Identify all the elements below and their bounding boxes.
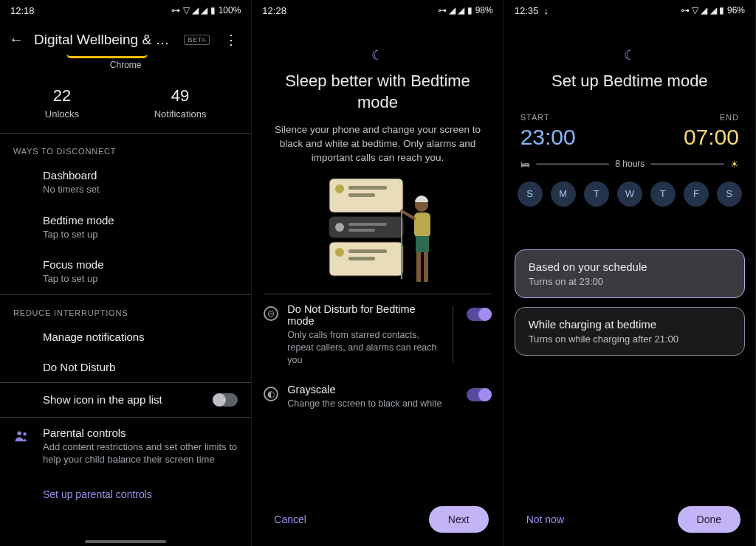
item-manage-notifications[interactable]: Manage notifications bbox=[0, 322, 251, 352]
item-dashboard[interactable]: Dashboard No timers set bbox=[0, 160, 251, 205]
back-icon[interactable]: ← bbox=[9, 31, 24, 48]
svg-line-19 bbox=[402, 211, 414, 218]
dashboard-sub: No timers set bbox=[43, 183, 238, 196]
end-time[interactable]: END 07:00 bbox=[684, 113, 739, 150]
stats-row: 22 Unlocks 49 Notifications bbox=[0, 75, 251, 133]
card-charging-title: While charging at bedtime bbox=[529, 318, 731, 331]
svg-rect-15 bbox=[414, 212, 430, 238]
day-mon[interactable]: M bbox=[551, 182, 576, 207]
card-schedule[interactable]: Based on your schedule Turns on at 23:00 bbox=[515, 249, 745, 298]
status-right: ⊶ ▽ ◢ ◢ ▮ 100% bbox=[171, 5, 241, 15]
next-button[interactable]: Next bbox=[429, 506, 489, 533]
cancel-button[interactable]: Cancel bbox=[267, 508, 314, 531]
dashboard-title: Dashboard bbox=[43, 169, 238, 182]
day-tue[interactable]: T bbox=[584, 182, 609, 207]
duration-label: 8 hours bbox=[615, 159, 645, 169]
bedtime-sub: Tap to set up bbox=[43, 228, 238, 241]
svg-rect-9 bbox=[348, 229, 375, 232]
status-right: ⊶ ◢ ◢ ▮ 98% bbox=[438, 5, 493, 15]
panel-wellbeing: 12:18 ⊶ ▽ ◢ ◢ ▮ 100% ← Digital Wellbeing… bbox=[0, 0, 252, 546]
chrome-label: Chrome bbox=[110, 60, 142, 70]
manage-title: Manage notifications bbox=[43, 331, 238, 343]
status-icons: ⊶ ▽ ◢ ◢ ▮ bbox=[171, 5, 215, 15]
card-schedule-sub: Turns on at 23:00 bbox=[529, 276, 731, 287]
item-show-icon[interactable]: Show icon in the app list bbox=[0, 383, 251, 417]
svg-rect-13 bbox=[348, 257, 375, 260]
status-bar: 12:18 ⊶ ▽ ◢ ◢ ▮ 100% bbox=[0, 0, 251, 21]
days-row: S M T W T F S bbox=[504, 179, 755, 223]
focus-sub: Tap to set up bbox=[43, 272, 238, 286]
show-icon-toggle[interactable] bbox=[213, 393, 238, 407]
parental-icon bbox=[13, 428, 30, 444]
card-charging[interactable]: While charging at bedtime Turns on while… bbox=[515, 307, 745, 356]
dnd-toggle[interactable] bbox=[467, 308, 492, 321]
focus-title: Focus mode bbox=[43, 258, 238, 271]
intro-desc: Silence your phone and change your scree… bbox=[252, 120, 503, 176]
svg-rect-17 bbox=[416, 252, 421, 282]
bottom-bar: Not now Done bbox=[504, 496, 755, 546]
nav-handle[interactable] bbox=[85, 540, 166, 543]
dnd-icon: ⊖ bbox=[264, 306, 278, 321]
item-bedtime[interactable]: Bedtime mode Tap to set up bbox=[0, 205, 251, 250]
unlocks-label: Unlocks bbox=[45, 108, 79, 120]
show-icon-title: Show icon in the app list bbox=[43, 393, 162, 406]
app-bar: ← Digital Wellbeing & pa… BETA ⋮ bbox=[0, 21, 251, 54]
chrome-arc-icon bbox=[66, 54, 148, 58]
svg-rect-4 bbox=[348, 186, 387, 190]
day-sun[interactable]: S bbox=[518, 182, 543, 207]
item-parental: Parental controls Add content restrictio… bbox=[0, 418, 251, 475]
item-focus[interactable]: Focus mode Tap to set up bbox=[0, 249, 251, 294]
svg-rect-12 bbox=[348, 249, 387, 253]
parental-sub: Add content restrictions and set other l… bbox=[43, 440, 238, 466]
day-fri[interactable]: F bbox=[684, 182, 709, 207]
stat-notifications[interactable]: 49 Notifications bbox=[154, 86, 207, 120]
moon-icon: ☾ bbox=[504, 21, 755, 63]
svg-point-3 bbox=[335, 184, 344, 193]
start-time[interactable]: START 23:00 bbox=[520, 113, 576, 150]
moon-icon: ☾ bbox=[252, 21, 503, 63]
status-time: 12:35 ↓ bbox=[515, 5, 549, 16]
status-battery: 100% bbox=[219, 5, 241, 15]
not-now-button[interactable]: Not now bbox=[519, 508, 571, 531]
status-bar: 12:35 ↓ ⊶ ▽ ◢ ◢ ▮ 96% bbox=[504, 0, 755, 21]
bedtime-illustration bbox=[307, 176, 447, 294]
day-sat[interactable]: S bbox=[717, 182, 742, 207]
bed-icon: 🛏 bbox=[520, 159, 530, 170]
svg-point-0 bbox=[18, 431, 22, 435]
section-reduce: REDUCE INTERRUPTIONS bbox=[0, 295, 251, 322]
slider-track[interactable] bbox=[536, 164, 610, 165]
day-thu[interactable]: T bbox=[650, 182, 676, 207]
svg-point-1 bbox=[23, 432, 26, 435]
slider-track[interactable] bbox=[650, 164, 724, 165]
beta-badge: BETA bbox=[184, 35, 210, 45]
done-button[interactable]: Done bbox=[678, 506, 740, 533]
start-value: 23:00 bbox=[520, 125, 576, 150]
svg-rect-16 bbox=[416, 236, 429, 252]
stat-unlocks[interactable]: 22 Unlocks bbox=[45, 86, 79, 120]
svg-rect-18 bbox=[424, 252, 428, 282]
svg-rect-8 bbox=[348, 223, 387, 226]
schedule-title: Set up Bedtime mode bbox=[504, 63, 755, 100]
grayscale-toggle[interactable] bbox=[467, 388, 492, 401]
section-ways: WAYS TO DISCONNECT bbox=[0, 134, 251, 160]
chrome-usage: Chrome bbox=[0, 54, 251, 75]
dnd-title: Do Not Disturb for Bedtime mode bbox=[287, 303, 439, 327]
setting-dnd: ⊖ Do Not Disturb for Bedtime mode Only c… bbox=[252, 294, 503, 376]
day-wed[interactable]: W bbox=[617, 182, 642, 207]
page-title: Digital Wellbeing & pa… bbox=[34, 32, 173, 48]
panel-bedtime-intro: 12:28 ⊶ ◢ ◢ ▮ 98% ☾ Sleep better with Be… bbox=[252, 0, 504, 546]
parental-link[interactable]: Set up parental controls bbox=[0, 475, 251, 505]
bottom-bar: Cancel Next bbox=[252, 496, 503, 546]
item-dnd[interactable]: Do Not Disturb bbox=[0, 352, 251, 382]
card-charging-sub: Turns on while charging after 21:00 bbox=[529, 334, 731, 345]
duration-slider[interactable]: 🛏 8 hours ☀ bbox=[504, 154, 755, 179]
separator bbox=[453, 306, 453, 364]
dnd-title: Do Not Disturb bbox=[43, 361, 238, 373]
status-icons: ⊶ ◢ ◢ ▮ bbox=[438, 5, 472, 15]
more-icon[interactable]: ⋮ bbox=[220, 32, 242, 48]
grayscale-icon: ◐ bbox=[264, 387, 278, 401]
svg-point-7 bbox=[335, 223, 344, 232]
bedtime-title: Bedtime mode bbox=[43, 214, 238, 227]
status-time: 12:28 bbox=[262, 5, 286, 16]
notifs-label: Notifications bbox=[154, 108, 207, 120]
